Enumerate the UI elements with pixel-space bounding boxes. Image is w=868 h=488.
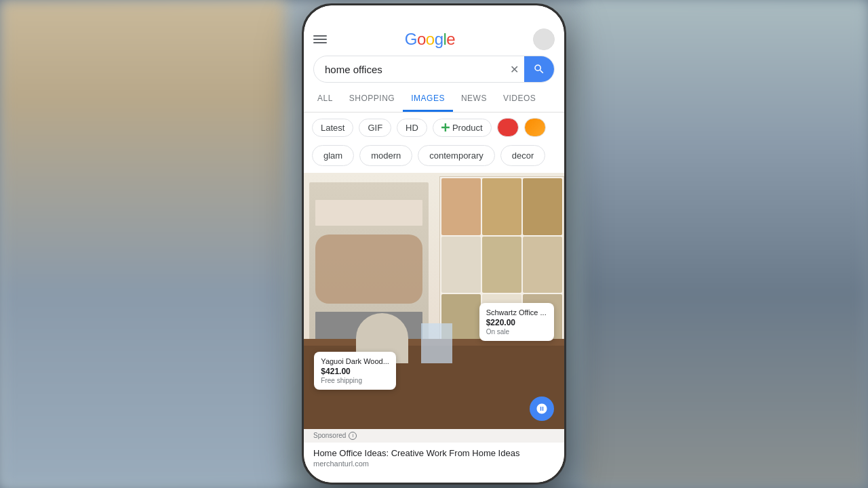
caption-title: Home Office Ideas: Creative Work From Ho…	[313, 448, 555, 458]
close-icon: ✕	[510, 63, 519, 76]
search-icon	[533, 63, 545, 75]
tab-shopping[interactable]: SHOPPING	[341, 87, 403, 112]
product-tooltip-schwartz[interactable]: Schwartz Office ... $220.00 On sale	[479, 303, 554, 341]
google-logo: Google	[405, 30, 455, 49]
chip-contemporary[interactable]: contemporary	[418, 145, 494, 166]
avatar[interactable]	[533, 28, 555, 50]
status-bar	[304, 5, 564, 24]
search-input[interactable]: home offices	[314, 64, 505, 75]
chip-modern[interactable]: modern	[359, 145, 412, 166]
nav-tabs: ALL SHOPPING IMAGES NEWS VIDEOS	[304, 87, 564, 113]
sponsored-label: Sponsored	[313, 432, 346, 439]
tooltip-schwartz-title: Schwartz Office ...	[486, 308, 547, 317]
filter-gif[interactable]: GIF	[359, 119, 391, 137]
filter-hd-label: HD	[406, 123, 418, 133]
image-content[interactable]: Schwartz Office ... $220.00 On sale Yagu…	[304, 173, 564, 483]
suggestion-row: glam modern contemporary decor	[304, 142, 564, 173]
tooltip-yaguoi-shipping: Free shipping	[321, 377, 389, 384]
clear-button[interactable]: ✕	[505, 63, 524, 76]
tooltip-yaguoi-price: $421.00	[321, 367, 389, 376]
tab-all[interactable]: ALL	[309, 87, 341, 112]
filter-gif-label: GIF	[368, 123, 382, 133]
image-caption[interactable]: Home Office Ideas: Creative Work From Ho…	[304, 443, 564, 483]
menu-icon[interactable]	[313, 35, 327, 43]
google-header: Google	[304, 24, 564, 53]
chip-decor[interactable]: decor	[500, 145, 546, 166]
search-bar-container: home offices ✕	[304, 53, 564, 87]
color-swatch-red[interactable]	[497, 118, 519, 137]
sponsored-bar: Sponsored i	[304, 429, 564, 443]
tab-images[interactable]: IMAGES	[403, 87, 453, 112]
tab-videos[interactable]: VIDEOS	[495, 87, 544, 112]
filter-latest-label: Latest	[321, 123, 344, 133]
product-tooltip-yaguoi[interactable]: Yaguoi Dark Wood... $421.00 Free shippin…	[314, 352, 395, 390]
color-swatch-orange[interactable]	[524, 118, 546, 137]
filter-hd[interactable]: HD	[397, 119, 427, 137]
tooltip-schwartz-price: $220.00	[486, 318, 547, 327]
filter-product-label: Product	[452, 123, 483, 133]
tab-news[interactable]: NEWS	[453, 87, 495, 112]
filter-latest[interactable]: Latest	[312, 119, 353, 137]
lens-icon	[536, 403, 548, 415]
chip-glam[interactable]: glam	[312, 145, 354, 166]
lens-button[interactable]	[530, 396, 554, 421]
tooltip-yaguoi-title: Yaguoi Dark Wood...	[321, 357, 389, 365]
filter-row: Latest GIF HD Product	[304, 113, 564, 142]
search-button[interactable]	[524, 56, 554, 83]
info-icon: i	[352, 432, 353, 439]
sponsored-info-icon[interactable]: i	[349, 432, 357, 440]
caption-url: merchanturl.com	[313, 460, 555, 468]
search-bar: home offices ✕	[313, 56, 555, 83]
product-icon	[441, 123, 450, 131]
filter-product[interactable]: Product	[433, 119, 492, 137]
tooltip-schwartz-sale: On sale	[486, 328, 547, 336]
